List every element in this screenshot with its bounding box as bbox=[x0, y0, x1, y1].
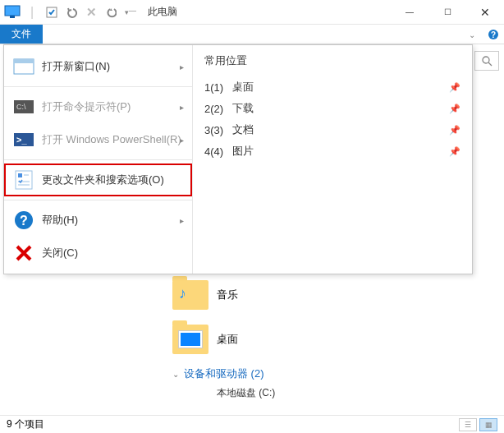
powershell-icon: >_ bbox=[12, 128, 35, 151]
options-icon bbox=[12, 168, 35, 191]
qat-dropdown-icon[interactable]: ▾— bbox=[121, 3, 140, 21]
freq-label: 文档 bbox=[232, 122, 254, 137]
menu-open-new-window[interactable]: 打开新窗口(N) ▸ bbox=[4, 50, 192, 83]
new-window-icon bbox=[12, 55, 35, 78]
file-menu-right: 常用位置 1(1) 桌面 📌 2(2) 下载 📌 3(3) 文档 📌 4(4) … bbox=[193, 45, 472, 274]
close-button[interactable]: ✕ bbox=[466, 0, 504, 25]
history-icon[interactable] bbox=[102, 3, 120, 21]
close-x-icon bbox=[12, 242, 35, 265]
chevron-right-icon: ▸ bbox=[180, 103, 184, 112]
titlebar: | ✕ ▾— 此电脑 — ☐ ✕ bbox=[0, 0, 504, 25]
help-circle-icon: ? bbox=[12, 209, 35, 232]
menu-label: 打开 Windows PowerShell(R) bbox=[42, 132, 181, 147]
menu-open-cmd[interactable]: C:\ 打开命令提示符(P) ▸ bbox=[4, 90, 192, 123]
frequent-places-title: 常用位置 bbox=[204, 53, 460, 68]
drive-c[interactable]: 本地磁盘 (C:) bbox=[217, 386, 504, 400]
group-devices[interactable]: ⌄ 设备和驱动器 (2) bbox=[172, 366, 504, 381]
menu-label: 关闭(C) bbox=[42, 246, 78, 260]
divider: | bbox=[23, 3, 41, 21]
svg-line-6 bbox=[488, 62, 492, 66]
freq-label: 桌面 bbox=[232, 80, 254, 94]
menu-separator bbox=[4, 159, 192, 160]
pin-icon[interactable]: 📌 bbox=[449, 82, 460, 93]
freq-num: 3(3) bbox=[204, 124, 232, 136]
menu-label: 帮助(H) bbox=[42, 213, 78, 228]
address-search-area bbox=[474, 51, 499, 71]
status-item-count: 9 个项目 bbox=[7, 417, 44, 431]
svg-rect-0 bbox=[5, 6, 20, 16]
svg-text:C:\: C:\ bbox=[16, 103, 26, 111]
group-label: 设备和驱动器 (2) bbox=[184, 366, 264, 381]
music-note-icon: ♪ bbox=[179, 285, 186, 302]
desktop-icon bbox=[179, 331, 202, 348]
folder-label: 音乐 bbox=[217, 288, 238, 302]
chevron-right-icon: ▸ bbox=[180, 62, 184, 71]
chevron-right-icon: ▸ bbox=[180, 136, 184, 145]
menu-separator bbox=[4, 200, 192, 200]
monitor-icon bbox=[3, 3, 21, 21]
menu-help[interactable]: ? 帮助(H) ▸ bbox=[4, 204, 192, 237]
menu-label: 打开新窗口(N) bbox=[42, 59, 110, 74]
main-content: ♪ 音乐 桌面 ⌄ 设备和驱动器 (2) 本地磁盘 (C:) bbox=[0, 274, 504, 415]
redo-icon[interactable]: ✕ bbox=[82, 3, 100, 21]
maximize-button[interactable]: ☐ bbox=[428, 0, 466, 25]
window-title: 此电脑 bbox=[148, 5, 177, 19]
freq-num: 1(1) bbox=[204, 81, 232, 94]
svg-text:?: ? bbox=[491, 30, 496, 39]
svg-rect-14 bbox=[18, 173, 22, 177]
svg-point-5 bbox=[483, 57, 489, 63]
properties-icon[interactable] bbox=[43, 3, 61, 21]
undo-icon[interactable] bbox=[62, 3, 80, 21]
folder-music[interactable]: ♪ 音乐 bbox=[172, 274, 504, 316]
pin-icon[interactable]: 📌 bbox=[449, 104, 460, 114]
pin-icon[interactable]: 📌 bbox=[449, 146, 460, 157]
menu-folder-options[interactable]: 更改文件夹和搜索选项(O) bbox=[4, 164, 192, 196]
freq-label: 下载 bbox=[232, 101, 254, 116]
view-details-button[interactable]: ☰ bbox=[459, 418, 477, 431]
minimize-button[interactable]: — bbox=[391, 0, 428, 25]
folder-label: 桌面 bbox=[217, 332, 238, 347]
freq-num: 2(2) bbox=[204, 103, 232, 115]
menu-separator bbox=[4, 86, 192, 87]
freq-label: 图片 bbox=[232, 144, 254, 159]
search-input[interactable] bbox=[474, 51, 499, 71]
statusbar: 9 个项目 ☰ ▦ bbox=[0, 415, 504, 433]
folder-desktop[interactable]: 桌面 bbox=[172, 319, 504, 360]
folder-icon: ♪ bbox=[172, 280, 208, 310]
frequent-item[interactable]: 4(4) 图片 📌 bbox=[204, 140, 460, 162]
svg-rect-1 bbox=[10, 16, 15, 18]
svg-text:>_: >_ bbox=[16, 135, 27, 145]
view-large-icons-button[interactable]: ▦ bbox=[479, 418, 497, 431]
frequent-item[interactable]: 1(1) 桌面 📌 bbox=[204, 76, 460, 98]
tab-file[interactable]: 文件 bbox=[0, 25, 43, 44]
expand-ribbon-icon[interactable]: ⌄ bbox=[461, 25, 483, 44]
folder-icon bbox=[172, 325, 208, 354]
ribbon-tabs: 文件 ⌄ ? bbox=[0, 25, 504, 44]
pin-icon[interactable]: 📌 bbox=[449, 125, 460, 136]
menu-open-powershell[interactable]: >_ 打开 Windows PowerShell(R) ▸ bbox=[4, 123, 192, 156]
file-menu-left: 打开新窗口(N) ▸ C:\ 打开命令提示符(P) ▸ >_ 打开 Window… bbox=[4, 45, 193, 274]
svg-text:?: ? bbox=[20, 214, 28, 228]
chevron-right-icon: ▸ bbox=[180, 216, 184, 225]
help-icon[interactable]: ? bbox=[483, 25, 504, 44]
cmd-icon: C:\ bbox=[12, 95, 35, 118]
frequent-item[interactable]: 2(2) 下载 📌 bbox=[204, 98, 460, 119]
file-menu: 打开新窗口(N) ▸ C:\ 打开命令提示符(P) ▸ >_ 打开 Window… bbox=[3, 44, 473, 274]
menu-label: 打开命令提示符(P) bbox=[42, 99, 131, 114]
frequent-item[interactable]: 3(3) 文档 📌 bbox=[204, 119, 460, 140]
freq-num: 4(4) bbox=[204, 145, 232, 158]
menu-close[interactable]: 关闭(C) bbox=[4, 237, 192, 269]
menu-label: 更改文件夹和搜索选项(O) bbox=[42, 173, 164, 187]
chevron-down-icon: ⌄ bbox=[172, 370, 179, 379]
svg-rect-8 bbox=[14, 59, 34, 63]
